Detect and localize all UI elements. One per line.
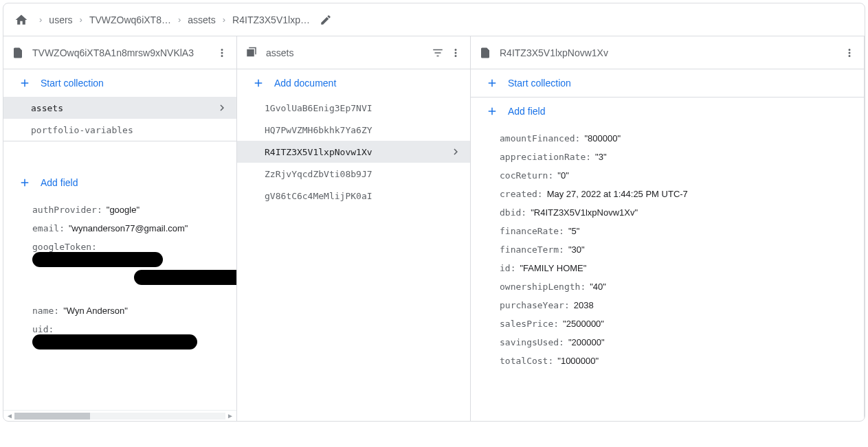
chevron-right-icon: › (178, 14, 181, 25)
plus-icon (252, 77, 265, 89)
fields-section: Add field authProvider google email wyna… (3, 169, 236, 367)
field-key: uid (32, 324, 58, 334)
field-cocreturn[interactable]: cocReturn0 (471, 166, 864, 185)
field-key: ownershipLength (500, 282, 590, 292)
field-list: amountFinanced800000 appreciationRate3 c… (471, 125, 864, 384)
field-key: financeRate (500, 226, 568, 236)
field-googletoken[interactable]: googleToken (3, 238, 236, 289)
field-created[interactable]: createdMay 27, 2022 at 1:44:25 PM UTC-7 (471, 185, 864, 203)
document-item[interactable]: gV86tC6c4MeMlijPK0aI (237, 185, 470, 207)
panel-header: TVWZOwq6iXT8A1n8mrsw9xNVKlA3 (3, 36, 236, 69)
start-collection-button[interactable]: Start collection (471, 69, 864, 97)
field-savingsused[interactable]: savingsUsed200000 (471, 333, 864, 352)
breadcrumb-item-assets[interactable]: assets (188, 14, 215, 25)
filter-icon[interactable] (432, 47, 444, 59)
field-value: May 27, 2022 at 1:44:25 PM UTC-7 (547, 189, 688, 199)
field-ownershiplength[interactable]: ownershipLength40 (471, 277, 864, 296)
field-value: FAMILY HOME (520, 263, 586, 273)
add-field-button[interactable]: Add field (471, 98, 864, 125)
panel-title: TVWZOwq6iXT8A1n8mrsw9xNVKlA3 (32, 47, 210, 58)
field-salesprice[interactable]: salesPrice2500000 (471, 314, 864, 333)
breadcrumb-item-assetdoc[interactable]: R4ITZ3X5V1lxp… (232, 14, 310, 25)
field-uid[interactable]: uid (3, 320, 236, 354)
panel-header: assets (237, 36, 470, 69)
horizontal-scrollbar[interactable]: ◄ ► (3, 410, 236, 421)
field-value: 40 (590, 282, 606, 292)
scroll-thumb[interactable] (14, 413, 90, 420)
document-label: gV86tC6c4MeMlijPK0aI (265, 191, 372, 201)
add-document-button[interactable]: Add document (237, 69, 470, 97)
field-key: name (32, 306, 63, 316)
field-list: authProvider google email wynanderson77@… (3, 196, 236, 367)
document-item[interactable]: 1GvolUaB6Enig3Ep7NVI (237, 97, 470, 119)
field-authprovider[interactable]: authProvider google (3, 200, 236, 219)
add-document-label: Add document (274, 78, 336, 89)
start-collection-label: Start collection (41, 78, 104, 89)
field-purchaseyear[interactable]: purchaseYear2038 (471, 296, 864, 314)
field-appreciationrate[interactable]: appreciationRate3 (471, 148, 864, 166)
edit-path-icon[interactable] (320, 14, 332, 26)
start-collection-label: Start collection (508, 78, 571, 89)
collections-section: Start collection (471, 69, 864, 98)
collections-list: assets portfolio-variables (3, 97, 236, 141)
panel-body: Start collection Add field amountFinance… (471, 69, 864, 421)
add-field-button[interactable]: Add field (3, 169, 236, 196)
document-item[interactable]: HQ7PwVZMH6bkhk7Ya6ZY (237, 119, 470, 141)
start-collection-button[interactable]: Start collection (3, 69, 236, 97)
field-financeterm[interactable]: financeTerm30 (471, 240, 864, 259)
field-key: purchaseYear (500, 300, 574, 310)
field-id[interactable]: idFAMILY HOME (471, 259, 864, 277)
redacted-value (134, 270, 236, 285)
chevron-right-icon: › (80, 14, 82, 25)
collection-label: assets (31, 103, 63, 113)
collection-item-assets[interactable]: assets (3, 97, 236, 119)
field-value: 30 (568, 244, 585, 255)
more-menu-icon[interactable] (216, 47, 228, 59)
field-key: authProvider (32, 205, 107, 215)
field-amountfinanced[interactable]: amountFinanced800000 (471, 129, 864, 148)
add-field-label: Add field (41, 177, 78, 188)
scroll-right-icon[interactable]: ► (225, 411, 235, 421)
chevron-right-icon: › (39, 14, 42, 25)
redacted-value (32, 334, 197, 349)
panel-document-user: TVWZOwq6iXT8A1n8mrsw9xNVKlA3 Start colle… (3, 36, 237, 421)
field-value: Wyn Anderson (63, 306, 128, 316)
more-menu-icon[interactable] (843, 47, 856, 59)
field-key: financeTerm (500, 244, 568, 255)
field-dbid[interactable]: dbidR4ITZ3X5V1lxpNovw1Xv (471, 203, 864, 222)
document-label: 1GvolUaB6Enig3Ep7NVI (265, 103, 372, 113)
field-key: dbid (500, 207, 531, 218)
field-value: 800000 (584, 133, 621, 144)
home-icon[interactable] (14, 13, 28, 27)
add-field-label: Add field (508, 106, 545, 117)
panel-header: R4ITZ3X5V1lxpNovw1Xv (471, 36, 864, 69)
panel-body: Add document 1GvolUaB6Enig3Ep7NVI HQ7PwV… (237, 69, 470, 421)
field-key: totalCost (500, 356, 557, 366)
more-menu-icon[interactable] (449, 47, 462, 59)
field-key: created (500, 189, 547, 199)
document-item[interactable]: R4ITZ3X5V1lxpNovw1Xv (237, 141, 470, 163)
collection-icon (245, 47, 258, 59)
scroll-left-icon[interactable]: ◄ (5, 411, 14, 421)
breadcrumb-item-users[interactable]: users (49, 14, 72, 25)
document-label: ZzRjvYqcdZbVti08b9J7 (265, 169, 372, 179)
field-name[interactable]: name Wyn Anderson (3, 301, 236, 320)
breadcrumb-item-userdoc[interactable]: TVWZOwq6iXT8… (89, 14, 171, 25)
field-totalcost[interactable]: totalCost1000000 (471, 352, 864, 370)
document-item[interactable]: ZzRjvYqcdZbVti08b9J7 (237, 163, 470, 185)
panel-body: Start collection assets portfolio-variab… (3, 69, 236, 410)
field-value: 2500000 (563, 319, 604, 329)
field-value: R4ITZ3X5V1lxpNovw1Xv (531, 207, 638, 218)
panel-title: R4ITZ3X5V1lxpNovw1Xv (500, 47, 838, 58)
collection-item-portfolio-variables[interactable]: portfolio-variables (3, 119, 236, 141)
collections-section: Start collection assets portfolio-variab… (3, 69, 236, 141)
field-key: googleToken (32, 242, 101, 252)
collection-label: portfolio-variables (31, 125, 133, 135)
scroll-track[interactable] (14, 413, 225, 420)
field-email[interactable]: email wynanderson77@gmail.com (3, 219, 236, 238)
field-key: email (32, 223, 69, 233)
field-financerate[interactable]: financeRate5 (471, 222, 864, 240)
field-value: google (107, 205, 140, 215)
field-value: 5 (568, 226, 579, 236)
plus-icon (19, 176, 31, 189)
